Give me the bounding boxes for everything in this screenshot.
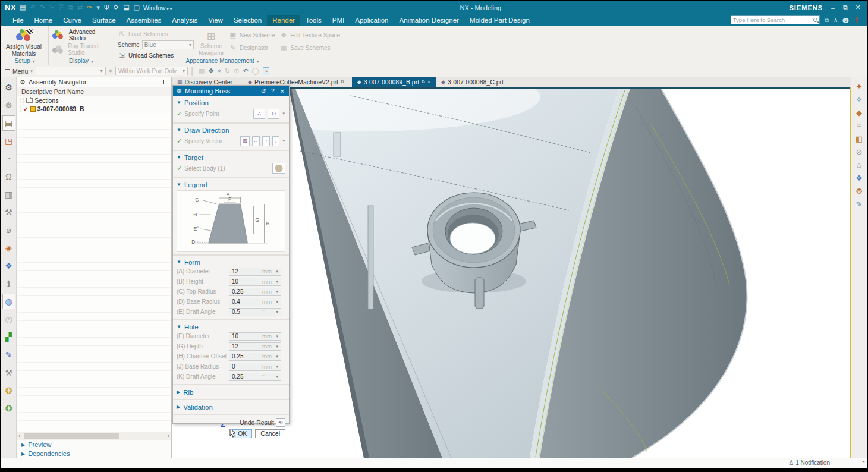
scroll-right-icon[interactable]: › <box>168 433 169 439</box>
navigator-float-icon[interactable] <box>163 80 168 84</box>
palette-icon[interactable]: ❖ <box>2 257 15 275</box>
visualize-icon[interactable]: ✧ <box>853 93 866 106</box>
preview-section-header[interactable]: ▶Preview <box>17 440 171 449</box>
undo-icon[interactable]: ↶ <box>30 4 35 11</box>
ribbon-tab[interactable]: Assemblies <box>121 15 167 26</box>
web-browser-icon[interactable]: ◍ <box>2 294 15 309</box>
material-brush-icon[interactable]: ✑ <box>87 4 92 11</box>
minimize-button[interactable]: – <box>829 4 837 11</box>
dialog-reset-icon[interactable]: ↺ <box>260 88 267 95</box>
ribbon-tab[interactable]: Home <box>29 15 58 26</box>
display-group-label[interactable]: Display▾ <box>49 58 114 64</box>
scheme-select[interactable]: Blue▾ <box>142 40 194 49</box>
maximize-window-icon[interactable]: ▢ <box>134 4 140 11</box>
value-field[interactable]: 0.25 <box>229 288 260 296</box>
ray-traced-studio-button[interactable]: Ray Traced Studio <box>52 43 110 55</box>
dialog-help-icon[interactable]: ? <box>270 88 276 95</box>
ribbon-tab[interactable]: Surface <box>87 15 121 26</box>
advanced-studio-button[interactable]: Advanced Studio <box>52 29 110 41</box>
snap-point-icon[interactable]: ✥ <box>209 67 214 75</box>
orient-view-icon[interactable]: ↶ <box>243 67 248 75</box>
stage-icon[interactable]: ⌂ <box>853 158 866 171</box>
ribbon-tab[interactable]: Curve <box>58 15 87 26</box>
value-field[interactable]: 12 <box>229 342 260 351</box>
print-icon[interactable]: ⚙ <box>853 184 866 197</box>
alert-icon[interactable]: ❗ <box>854 17 861 23</box>
minimize-ribbon-icon[interactable]: ∧ <box>834 17 838 23</box>
paste-icon[interactable]: ⧉ <box>68 4 73 11</box>
hd3d-tools-icon[interactable]: ◈ <box>2 239 15 257</box>
unit-select[interactable]: °▾ <box>260 308 281 316</box>
true-shading-icon[interactable]: ◔ <box>263 67 269 75</box>
select-body-label[interactable]: Select Body (1) <box>184 165 270 172</box>
navigator-hscrollbar[interactable]: ‹ › <box>17 432 171 440</box>
reverse-direction-button[interactable]: ↓ <box>272 136 280 146</box>
ribbon-tab[interactable]: Analysis <box>166 15 203 26</box>
assembly-navigator-icon[interactable]: ▤ <box>2 115 15 131</box>
ribbon-tab[interactable]: Application <box>350 15 394 26</box>
specify-point-label[interactable]: Specify Point <box>184 111 251 117</box>
info-icon[interactable]: ℹ <box>2 275 15 292</box>
designator-button[interactable]: ✎ Designator <box>229 43 275 53</box>
selection-filter-icon[interactable]: ⌖ <box>109 67 112 75</box>
scene-materials-icon[interactable]: ❂ <box>2 399 15 417</box>
undo-result-button[interactable]: ⟲ <box>276 418 285 427</box>
history-books-icon[interactable]: ▥ <box>2 185 15 203</box>
value-field[interactable]: 0 <box>229 363 260 371</box>
dropdown-caret-icon[interactable]: ▾ <box>96 4 100 11</box>
alerts-bell-icon[interactable]: Ω <box>2 168 15 185</box>
notification-indicator[interactable]: Δ 1 Notification <box>790 460 831 466</box>
part-tab[interactable]: ◆ 3-007-000088_C.prt <box>436 77 514 87</box>
rib-section-header[interactable]: ▶Rib <box>173 385 289 400</box>
ribbon-tab[interactable]: File <box>7 15 29 26</box>
unit-select[interactable]: mm▾ <box>260 332 281 341</box>
material-ball-icon[interactable]: ◆ <box>853 106 866 119</box>
specify-vector-label[interactable]: Specify Vector <box>184 138 238 144</box>
tree-row-sections[interactable]: ¦ ¦ Sections <box>17 96 171 105</box>
tools-icon[interactable]: ⚒ <box>2 364 15 382</box>
settings-gear-icon[interactable]: ⚙ <box>2 78 15 96</box>
value-field[interactable]: 10 <box>229 332 260 341</box>
copy-icon[interactable]: ⎘ <box>59 4 64 11</box>
save-icon[interactable]: ▤ <box>20 4 26 11</box>
new-scheme-button[interactable]: ▣ New Scheme <box>229 30 275 40</box>
status-scroll-icon[interactable]: ◂ <box>862 459 864 464</box>
cascade-window-icon[interactable]: ⬓ <box>123 4 129 11</box>
search-icon[interactable] <box>813 18 817 22</box>
tree-row-part[interactable]: ¦ ✓ 3-007-000089_B <box>17 105 171 113</box>
target-header[interactable]: ▼Target <box>177 153 285 162</box>
validation-section-header[interactable]: ▶Validation <box>173 400 289 415</box>
unit-select[interactable]: °▾ <box>260 373 281 381</box>
unit-select[interactable]: mm▾ <box>260 298 281 306</box>
hole-header[interactable]: ▼Hole <box>177 322 285 331</box>
cut-icon[interactable]: ✂ <box>49 4 55 11</box>
system-materials-icon[interactable]: ❂ <box>2 382 15 399</box>
menu-button[interactable]: ☰ Menu▾ <box>5 68 33 75</box>
ribbon-tab[interactable]: Tools <box>300 15 327 26</box>
position-header[interactable]: ▼Position <box>177 98 285 107</box>
command-search[interactable] <box>731 15 820 24</box>
pan-view-icon[interactable]: ⊕ <box>234 67 239 75</box>
setup-group-label[interactable]: Setup▾ <box>1 58 48 64</box>
palette-balls-icon[interactable]: ❖ <box>853 171 866 184</box>
show-ghost-icon[interactable]: ▦ <box>199 67 205 75</box>
rotate-view-icon[interactable]: ↻ <box>225 67 230 75</box>
selection-scope-combo[interactable]: Within Work Part Only▾ <box>115 67 188 75</box>
redo-icon[interactable]: ↷ <box>40 4 45 11</box>
vector-options-caret[interactable]: ▾ <box>282 139 285 143</box>
navigator-column-header[interactable]: Descriptive Part Name <box>17 87 171 96</box>
no-image-icon[interactable]: ⊘ <box>853 145 866 158</box>
value-field[interactable]: 10 <box>229 278 260 286</box>
assign-visual-materials-button[interactable]: Assign Visual Materials <box>5 28 43 57</box>
value-field[interactable]: 0.25 <box>229 353 260 361</box>
camera-icon[interactable]: ⌗ <box>853 119 866 132</box>
appearance-group-label[interactable]: Appearance Management▾ <box>114 58 331 64</box>
color-scale-icon[interactable]: ▞ <box>2 328 15 346</box>
dialog-title-bar[interactable]: ⚙ Mounting Boss ↺ ? ✕ <box>173 86 289 96</box>
point-options-caret[interactable]: ▾ <box>282 111 285 116</box>
render-style-icon[interactable]: ✦ <box>853 80 866 93</box>
ribbon-tab[interactable]: View <box>203 15 228 26</box>
value-field[interactable]: 0.25 <box>229 373 260 381</box>
close-button[interactable]: ✕ <box>854 4 862 11</box>
window-menu[interactable]: Window ▾ ▾ <box>143 4 172 11</box>
